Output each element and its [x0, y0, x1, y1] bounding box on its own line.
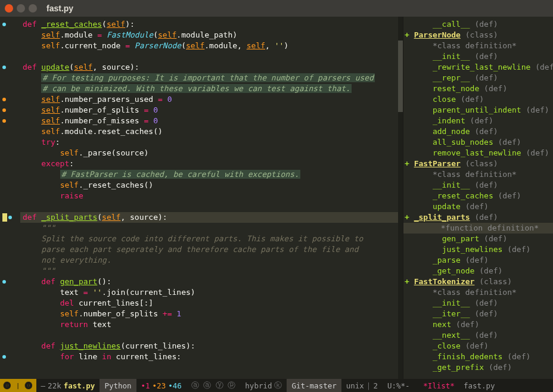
outline-item[interactable]: __iter__ (def)	[403, 309, 553, 319]
code-line[interactable]: for line in current_lines:	[20, 351, 398, 362]
gutter-line	[0, 244, 20, 255]
code-line[interactable]: def update(self, source):	[20, 62, 398, 73]
minimize-icon[interactable]	[17, 4, 25, 13]
sb-right-pane-info: U:%*- *Ilist* fast.py	[383, 381, 500, 390]
fold-marker-icon[interactable]	[2, 66, 6, 69]
code-line[interactable]: def _reset_caches(self):	[20, 19, 398, 30]
code-line[interactable]: Split the source code into different par…	[20, 234, 398, 244]
outline-item[interactable]: _parse (def)	[403, 255, 553, 266]
maximize-icon[interactable]	[29, 4, 37, 13]
outline-item[interactable]: *class definition*	[403, 169, 553, 180]
gutter-line	[0, 341, 20, 351]
code-line[interactable]	[20, 51, 398, 62]
code-line[interactable]: return text	[20, 319, 398, 330]
outline-item[interactable]: gen_part (def)	[403, 234, 553, 244]
close-icon[interactable]	[5, 4, 13, 13]
outline-item[interactable]: all_sub_nodes (def)	[403, 137, 553, 148]
code-line[interactable]: def just_newlines(current_lines):	[20, 341, 398, 351]
code-line[interactable]: self.number_of_splits += 1	[20, 309, 398, 319]
gutter-line	[0, 234, 20, 244]
gutter-line	[0, 191, 20, 201]
change-marker-icon	[2, 108, 6, 112]
code-line[interactable]: # For testing purposes: It is important …	[20, 73, 398, 83]
code-line[interactable]: self.number_of_misses = 0	[20, 116, 398, 126]
code-line[interactable]: self.module = FastModule(self.module_pat…	[20, 30, 398, 41]
outline-item[interactable]: _rewrite_last_newline (def)	[403, 62, 553, 73]
code-line[interactable]: def gen_part():	[20, 276, 398, 287]
code-line[interactable]	[20, 201, 398, 212]
outline-item[interactable]: *class definition*	[403, 41, 553, 51]
fold-marker-icon[interactable]	[8, 216, 12, 219]
outline-item[interactable]: __next__ (def)	[403, 330, 553, 341]
outline-class[interactable]: + ParserNode (class)	[403, 30, 553, 41]
outline-item[interactable]: _indent (def)	[403, 116, 553, 126]
code-line[interactable]: del current_lines[:]	[20, 298, 398, 309]
gutter-line	[0, 223, 20, 234]
outline-item[interactable]: + _split_parts (def)	[403, 212, 553, 223]
editor-pane[interactable]: def _reset_caches(self): self.module = F…	[0, 17, 398, 379]
sb-position: — 22k fast.py	[36, 379, 100, 392]
code-line[interactable]: def _split_parts(self, source):	[20, 212, 398, 223]
outline-class[interactable]: + FastTokenizer (class)	[403, 276, 553, 287]
code-line[interactable]: """	[20, 266, 398, 276]
code-line[interactable]: # can be minimized. With these variables…	[20, 83, 398, 94]
code-line[interactable]: not everything.	[20, 255, 398, 266]
code-line[interactable]: self._parse(source)	[20, 148, 398, 158]
outline-item[interactable]: close (def)	[403, 94, 553, 105]
outline-item[interactable]: *function definition*	[403, 223, 553, 234]
code-line[interactable]: except:	[20, 158, 398, 169]
outline-item[interactable]: next (def)	[403, 319, 553, 330]
gutter-line	[0, 169, 20, 180]
outline-item[interactable]: _close (def)	[403, 341, 553, 351]
code-line[interactable]: try:	[20, 137, 398, 148]
code-line[interactable]: text = ''.join(current_lines)	[20, 287, 398, 298]
fold-marker-icon[interactable]	[2, 355, 6, 359]
gutter-line	[0, 287, 20, 298]
outline-item[interactable]: __repr__ (def)	[403, 73, 553, 83]
outline-item[interactable]: __call__ (def)	[403, 19, 553, 30]
gutter-line	[0, 137, 20, 148]
editor-code[interactable]: def _reset_caches(self): self.module = F…	[20, 17, 398, 379]
code-line[interactable]: # FastParser is cached, be careful with …	[20, 169, 398, 180]
outline-item[interactable]: update (def)	[403, 201, 553, 212]
outline-item[interactable]: add_node (def)	[403, 126, 553, 137]
outline-item[interactable]: __init__ (def)	[403, 180, 553, 191]
outline-item[interactable]: _reset_caches (def)	[403, 191, 553, 201]
gutter-line	[0, 201, 20, 212]
gutter-line	[0, 180, 20, 191]
outline-item[interactable]: *class definition*	[403, 287, 553, 298]
code-line[interactable]: """	[20, 223, 398, 234]
code-line[interactable]: self.number_of_splits = 0	[20, 105, 398, 116]
code-line[interactable]: self.module.reset_caches()	[20, 126, 398, 137]
sb-warnings[interactable]: ⓿ ❘ ⓿	[0, 379, 36, 392]
outline-item[interactable]: __init__ (def)	[403, 298, 553, 309]
editor-scrollbar[interactable]	[398, 17, 403, 379]
outline-pane[interactable]: __call__ (def)+ ParserNode (class) *clas…	[403, 17, 553, 379]
code-line[interactable]: parse each part seperately and therefore…	[20, 244, 398, 255]
outline-item[interactable]: parent_until_indent (def)	[403, 105, 553, 116]
outline-item[interactable]: _finish_dedents (def)	[403, 351, 553, 362]
editor-gutter	[0, 17, 20, 379]
outline-item[interactable]: remove_last_newline (def)	[403, 148, 553, 158]
gutter-line	[0, 309, 20, 319]
gutter-line	[0, 19, 20, 30]
gutter-line	[0, 351, 20, 362]
code-line[interactable]: self.number_parsers_used = 0	[20, 94, 398, 105]
code-line[interactable]: self._reset_caches()	[20, 180, 398, 191]
gutter-line	[0, 94, 20, 105]
gutter-line	[0, 126, 20, 137]
outline-item[interactable]: just_newlines (def)	[403, 244, 553, 255]
gutter-line	[0, 73, 20, 83]
outline-item[interactable]: _get_node (def)	[403, 266, 553, 276]
outline-item[interactable]: _get_prefix (def)	[403, 362, 553, 373]
code-line[interactable]	[20, 330, 398, 341]
fold-marker-icon[interactable]	[2, 280, 6, 284]
outline-item[interactable]: reset_node (def)	[403, 83, 553, 94]
code-line[interactable]: self.current_node = ParserNode(self.modu…	[20, 41, 398, 51]
sb-vcs: Git-master	[287, 379, 341, 392]
outline-class[interactable]: + FastParser (class)	[403, 158, 553, 169]
outline-item[interactable]: __init__ (def)	[403, 51, 553, 62]
code-line[interactable]: raise	[20, 191, 398, 201]
fold-marker-icon[interactable]	[2, 23, 6, 26]
sb-major-mode[interactable]: Python	[100, 379, 136, 392]
